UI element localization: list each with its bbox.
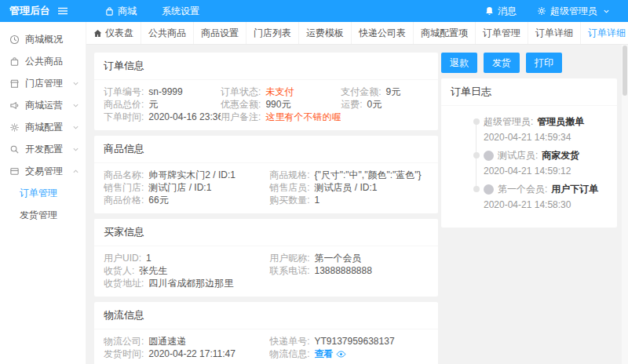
sidebar-item-label: 商城运营	[25, 99, 63, 112]
ship-button[interactable]: 发货	[484, 53, 520, 73]
field-user-remark: 用户备注:这里有个不错的喔	[221, 111, 341, 123]
tab-public-goods[interactable]: 公共商品	[141, 22, 194, 44]
field-phone: 联系电话:13888888888	[269, 264, 429, 277]
tab-order-detail[interactable]: 订单详细	[528, 22, 581, 44]
logistics-info-card: 物流信息 物流公司:圆通速递 快递单号:YT9137959638137 发货时间…	[94, 302, 438, 364]
tab-label: 订单详细	[588, 27, 626, 40]
field-express-number: 快递单号:YT9137959638137	[269, 335, 429, 348]
chevron-down-icon	[72, 146, 79, 153]
view-logistics-link[interactable]: 查看	[314, 348, 346, 360]
field-user-uid: 用户UID:1	[104, 252, 269, 264]
field-logistics-detail: 物流信息: 查看	[269, 348, 429, 360]
sidebar-subitem-label: 发货管理	[20, 209, 57, 222]
store-icon	[9, 78, 20, 89]
timeline-dot-icon	[473, 118, 480, 125]
card-title: 订单日志	[441, 78, 617, 106]
sidebar-item-dev-config[interactable]: 开发配置	[0, 138, 86, 160]
bell-icon	[485, 6, 494, 16]
field-freight: 运费:0元	[341, 98, 429, 111]
receipt-icon	[9, 166, 20, 177]
field-goods-spec: 商品规格:{"尺寸":"中","颜色":"蓝色"}	[269, 169, 429, 181]
app-logo: 管理后台	[0, 4, 93, 18]
clock-icon	[9, 35, 20, 45]
field-logistics-company: 物流公司:圆通速递	[104, 335, 269, 348]
field-sale-store: 销售门店:测试门店 / ID:1	[104, 181, 269, 194]
content-area: 订单信息 订单编号:sn-9999 订单状态:未支付 支付金额:9元 商品总价:…	[86, 45, 628, 364]
field-discount: 优惠金额:990元	[221, 98, 341, 111]
order-log-card: 订单日志 超级管理员: 管理员撤单 2020-04-21 14:59:34	[441, 78, 617, 228]
field-goods-name: 商品名称:帅哥牌实木门2 / ID:1	[104, 169, 269, 181]
tab-label: 商城配置项	[421, 27, 468, 40]
magnifier-icon	[9, 144, 20, 155]
field-pay-amount: 支付金额:9元	[341, 86, 429, 98]
messages-button[interactable]: 消息	[475, 0, 527, 22]
hamburger-icon[interactable]	[58, 7, 68, 15]
user-menu[interactable]: 超级管理员	[527, 0, 620, 22]
tab-label: 运费模板	[306, 27, 344, 40]
field-buy-quantity: 购买数量:1	[269, 194, 429, 206]
tab-goods-settings[interactable]: 商品设置	[194, 22, 246, 44]
field-user-nickname: 用户昵称:第一个会员	[269, 252, 429, 264]
field-order-time: 下单时间:2020-04-16 23:36:22	[104, 111, 221, 123]
sidebar-item-store-management[interactable]: 门店管理	[0, 72, 86, 94]
order-log-timeline: 超级管理员: 管理员撤单 2020-04-21 14:59:34 测试店员: 商…	[476, 115, 608, 211]
avatar	[484, 151, 494, 161]
tab-label: 公共商品	[148, 27, 186, 40]
card-title: 物流信息	[94, 302, 438, 329]
tab-label: 仪表盘	[105, 27, 133, 40]
refund-button[interactable]: 退款	[441, 53, 477, 73]
top-nav: 商城 系统设置	[93, 0, 212, 22]
field-goods-total: 商品总价:元	[104, 98, 221, 111]
tab-dashboard[interactable]: 仪表盘	[86, 22, 141, 44]
gear-icon	[9, 122, 20, 133]
field-order-sn: 订单编号:sn-9999	[104, 86, 221, 98]
tab-label: 快递公司表	[359, 27, 406, 40]
scrollbar-thumb[interactable]	[623, 46, 627, 96]
goods-info-card: 商品信息 商品名称:帅哥牌实木门2 / ID:1 商品规格:{"尺寸":"中",…	[94, 136, 438, 213]
log-entry: 第一个会员: 用户下订单 2020-04-21 14:58:30	[476, 183, 608, 211]
sidebar-item-mall-overview[interactable]: 商城概况	[0, 28, 86, 50]
sidebar-item-trade-management[interactable]: 交易管理	[0, 160, 86, 182]
action-buttons: 退款 发货 打印	[441, 53, 617, 73]
log-timestamp: 2020-04-21 14:58:30	[484, 198, 608, 211]
tab-freight-template[interactable]: 运费模板	[299, 22, 352, 44]
chevron-down-icon	[72, 102, 79, 109]
topnav-label: 系统设置	[162, 5, 199, 18]
sidebar-item-label: 交易管理	[25, 165, 63, 178]
vertical-scrollbar[interactable]	[622, 45, 628, 364]
sidebar-item-mall-config[interactable]: 商城配置	[0, 116, 86, 138]
topnav-item-system-settings[interactable]: 系统设置	[149, 0, 212, 22]
status-badge: 未支付	[265, 86, 294, 98]
eye-icon	[336, 351, 346, 358]
user-name: 超级管理员	[550, 5, 597, 18]
app-title: 管理后台	[9, 4, 50, 18]
top-bar: 管理后台 商城 系统设置 消息 超级管理员	[0, 0, 628, 22]
tab-label: 订单详细	[535, 27, 573, 40]
card-title: 商品信息	[94, 136, 438, 163]
tab-order-management[interactable]: 订单管理	[476, 22, 528, 44]
field-ship-time: 发货时间:2020-04-22 17:11:47	[104, 348, 269, 360]
sidebar-item-mall-operations[interactable]: 商城运营	[0, 94, 86, 116]
field-order-status: 订单状态:未支付	[221, 86, 341, 98]
tab-mall-config-items[interactable]: 商城配置项	[414, 22, 476, 44]
timeline-dot-icon	[473, 152, 480, 158]
tab-store-list[interactable]: 门店列表	[246, 22, 299, 44]
card-title: 买家信息	[94, 219, 438, 246]
field-consignee: 收货人:张先生	[104, 264, 269, 277]
topnav-item-mall[interactable]: 商城	[93, 0, 149, 22]
sidebar-item-label: 门店管理	[25, 77, 63, 90]
tab-order-detail-active[interactable]: 订单详细 ×	[581, 22, 628, 44]
home-icon	[93, 29, 102, 38]
tab-express-companies[interactable]: 快递公司表	[352, 22, 414, 44]
order-detail-column: 订单信息 订单编号:sn-9999 订单状态:未支付 支付金额:9元 商品总价:…	[94, 53, 438, 364]
log-timestamp: 2020-04-21 14:59:12	[484, 165, 608, 177]
messages-label: 消息	[498, 5, 517, 18]
tab-strip: 仪表盘 公共商品 商品设置 门店列表 运费模板 快递公司表 商城配置项 订单管理…	[86, 22, 628, 45]
sidebar-subitem-order-management[interactable]: 订单管理	[0, 182, 86, 204]
sidebar-subitem-shipping-management[interactable]: 发货管理	[0, 204, 86, 226]
field-sale-clerk: 销售店员:测试店员 / ID:1	[269, 181, 429, 194]
sidebar-item-public-goods[interactable]: 公共商品	[0, 50, 86, 72]
print-button[interactable]: 打印	[526, 53, 562, 73]
log-entry: 超级管理员: 管理员撤单 2020-04-21 14:59:34	[476, 115, 608, 144]
log-entry: 测试店员: 商家发货 2020-04-21 14:59:12	[476, 149, 608, 177]
